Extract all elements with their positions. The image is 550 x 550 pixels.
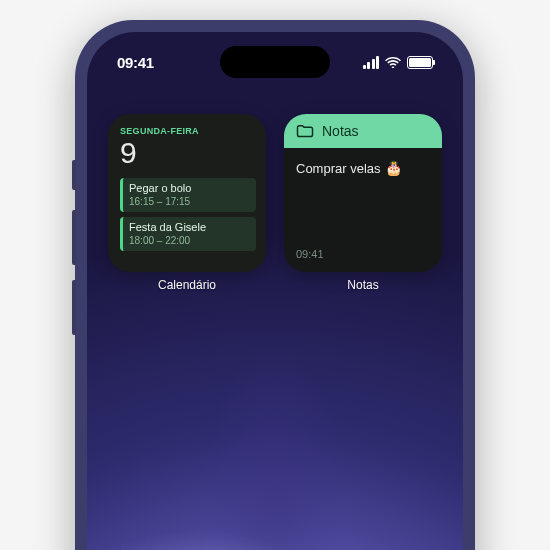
calendar-date: 9: [120, 138, 256, 168]
wifi-icon: [385, 56, 401, 68]
cake-emoji-icon: 🎂: [385, 160, 402, 176]
notes-timestamp: 09:41: [296, 248, 430, 260]
mute-switch[interactable]: [72, 160, 76, 190]
calendar-widget-wrap: SEGUNDA-FEIRA 9 Pegar o bolo 16:15 – 17:…: [108, 114, 266, 292]
calendar-event[interactable]: Pegar o bolo 16:15 – 17:15: [120, 178, 256, 212]
battery-icon: [407, 56, 433, 69]
note-text: Comprar velas: [296, 161, 381, 176]
notes-content: Comprar velas 🎂: [296, 160, 430, 176]
event-title: Festa da Gisele: [129, 221, 250, 234]
notes-widget-wrap: Notas Comprar velas 🎂 09:41 Notas: [284, 114, 442, 292]
notes-widget[interactable]: Notas Comprar velas 🎂 09:41: [284, 114, 442, 272]
notes-body: Comprar velas 🎂 09:41: [284, 148, 442, 272]
volume-down-button[interactable]: [72, 280, 76, 335]
widget-row: SEGUNDA-FEIRA 9 Pegar o bolo 16:15 – 17:…: [87, 114, 463, 292]
calendar-day-label: SEGUNDA-FEIRA: [120, 126, 256, 136]
notes-header: Notas: [284, 114, 442, 148]
calendar-widget[interactable]: SEGUNDA-FEIRA 9 Pegar o bolo 16:15 – 17:…: [108, 114, 266, 272]
home-screen: 09:41 SEGUNDA-FEIRA 9 Pegar: [87, 32, 463, 550]
event-time: 18:00 – 22:00: [129, 234, 250, 247]
phone-frame: 09:41 SEGUNDA-FEIRA 9 Pegar: [75, 20, 475, 550]
notes-header-title: Notas: [322, 123, 359, 139]
folder-icon: [296, 124, 314, 138]
status-indicators: [363, 56, 434, 69]
status-time: 09:41: [117, 54, 154, 71]
calendar-event[interactable]: Festa da Gisele 18:00 – 22:00: [120, 217, 256, 251]
event-title: Pegar o bolo: [129, 182, 250, 195]
volume-up-button[interactable]: [72, 210, 76, 265]
event-time: 16:15 – 17:15: [129, 195, 250, 208]
notes-widget-label: Notas: [347, 278, 378, 292]
cellular-signal-icon: [363, 56, 380, 69]
dynamic-island[interactable]: [220, 46, 330, 78]
calendar-widget-label: Calendário: [158, 278, 216, 292]
